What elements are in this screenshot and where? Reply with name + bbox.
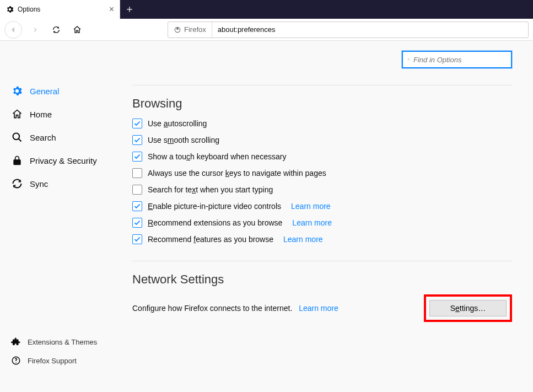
sidebar-item-label: Home [30, 110, 52, 119]
tab-bar: Options × [0, 0, 533, 19]
sidebar-item-search[interactable]: Search [3, 126, 129, 149]
main: Browsing Use autoscrollingUse smooth scr… [132, 41, 533, 392]
reload-button[interactable] [49, 22, 64, 37]
section-browsing: Browsing Use autoscrollingUse smooth scr… [132, 96, 512, 244]
gear-icon [6, 5, 14, 14]
sidebar-item-label: General [30, 87, 59, 96]
sidebar-item-label: Privacy & Security [30, 156, 97, 165]
checkbox-row: Use smooth scrolling [132, 135, 512, 145]
checkbox[interactable] [132, 119, 142, 128]
checkbox-row: Enable picture-in-picture video controls… [132, 201, 512, 211]
learn-more-link[interactable]: Learn more [291, 202, 331, 211]
forward-button[interactable] [28, 22, 43, 37]
svg-point-1 [13, 133, 20, 140]
gear-icon [11, 85, 23, 97]
search-box[interactable] [402, 51, 512, 68]
url-text: about:preferences [212, 25, 281, 34]
home-icon [11, 108, 23, 120]
url-bar[interactable]: Firefox about:preferences [168, 22, 529, 38]
checkbox[interactable] [132, 218, 142, 228]
sidebar: GeneralHomeSearchPrivacy & SecuritySync … [0, 41, 132, 392]
firefox-icon [174, 26, 181, 34]
section-title-network: Network Settings [132, 272, 512, 287]
home-button[interactable] [69, 22, 85, 37]
close-icon[interactable]: × [109, 5, 114, 14]
checkbox-label[interactable]: Use smooth scrolling [148, 136, 219, 144]
sidebar-item-general[interactable]: General [3, 79, 129, 103]
puzzle-icon [11, 337, 21, 347]
checkbox[interactable] [132, 234, 142, 244]
checkbox-label[interactable]: Recommend features as you browse [148, 235, 273, 244]
sidebar-item-label: Firefox Support [28, 357, 77, 365]
checkbox-label[interactable]: Search for text when you start typing [148, 185, 273, 194]
checkbox-label[interactable]: Always use the cursor keys to navigate w… [148, 169, 326, 178]
checkbox[interactable] [132, 135, 142, 145]
tab-options[interactable]: Options × [0, 0, 120, 19]
content: GeneralHomeSearchPrivacy & SecuritySync … [0, 41, 533, 392]
url-identity-label: Firefox [184, 25, 206, 34]
search-icon [407, 56, 410, 63]
sidebar-item-label: Extensions & Themes [28, 338, 97, 346]
highlight-box: Settings… [424, 294, 512, 322]
checkbox-label[interactable]: Use autoscrolling [148, 119, 207, 128]
network-description: Configure how Firefox connects to the in… [132, 304, 338, 313]
checkbox-row: Show a touch keyboard when necessary [132, 152, 512, 162]
sidebar-item-sync[interactable]: Sync [3, 172, 129, 195]
question-icon [11, 356, 21, 366]
checkbox-label[interactable]: Recommend extensions as you browse [148, 218, 282, 227]
search-icon [11, 131, 23, 143]
lock-icon [11, 154, 23, 167]
learn-more-link[interactable]: Learn more [299, 304, 338, 313]
divider [132, 85, 512, 85]
nav-toolbar: Firefox about:preferences [0, 19, 533, 41]
checkbox-label[interactable]: Show a touch keyboard when necessary [148, 152, 286, 161]
new-tab-button[interactable] [120, 0, 139, 19]
settings-button[interactable]: Settings… [429, 300, 507, 316]
checkbox-row: Always use the cursor keys to navigate w… [132, 168, 512, 178]
svg-point-3 [408, 58, 410, 60]
checkbox[interactable] [132, 152, 142, 162]
section-network: Network Settings Configure how Firefox c… [132, 272, 512, 322]
sync-icon [11, 178, 23, 190]
sidebar-item-home[interactable]: Home [3, 103, 129, 126]
checkbox[interactable] [132, 185, 142, 195]
checkbox-label[interactable]: Enable picture-in-picture video controls [148, 202, 281, 211]
checkbox[interactable] [132, 201, 142, 211]
sidebar-item-label: Search [30, 133, 56, 142]
sidebar-item-privacy[interactable]: Privacy & Security [3, 149, 129, 172]
sidebar-item-label: Sync [30, 179, 48, 189]
divider [132, 261, 512, 261]
checkbox-row: Search for text when you start typing [132, 185, 512, 195]
learn-more-link[interactable]: Learn more [283, 235, 323, 244]
learn-more-link[interactable]: Learn more [292, 218, 332, 227]
checkbox[interactable] [132, 168, 142, 178]
checkbox-row: Use autoscrolling [132, 119, 512, 128]
back-button[interactable] [4, 21, 22, 39]
sidebar-extensions[interactable]: Extensions & Themes [3, 332, 129, 351]
checkbox-row: Recommend features as you browseLearn mo… [132, 234, 512, 244]
sidebar-support[interactable]: Firefox Support [3, 351, 129, 370]
section-title-browsing: Browsing [132, 96, 512, 111]
tab-title: Options [18, 6, 106, 13]
checkbox-row: Recommend extensions as you browseLearn … [132, 218, 512, 228]
url-identity[interactable]: Firefox [168, 22, 212, 37]
search-input[interactable] [413, 56, 507, 64]
